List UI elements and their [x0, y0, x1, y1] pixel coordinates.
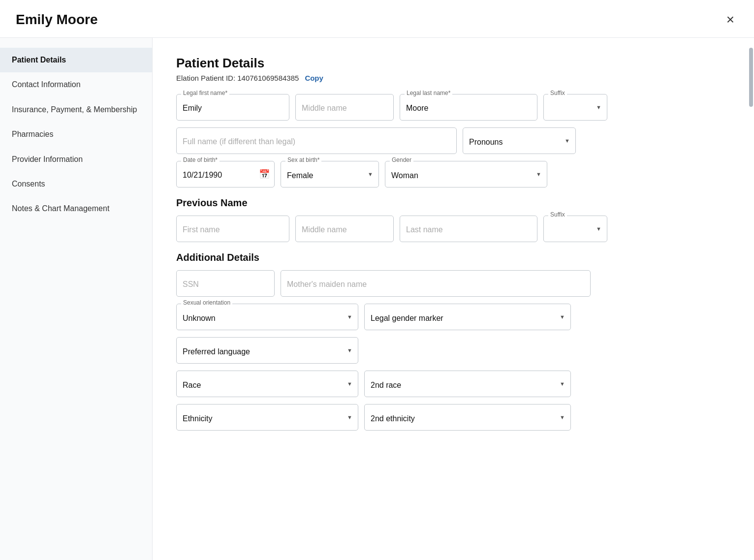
previous-name-row: Suffix Jr. Sr. II: [176, 216, 730, 242]
sexual-orientation-label: Sexual orientation: [181, 299, 232, 306]
patient-id-row: Elation Patient ID: 140761069584385 Copy: [176, 74, 730, 82]
middle-name-field: [295, 94, 394, 121]
additional-details-title: Additional Details: [176, 252, 730, 263]
modal-body: Patient Details Contact Information Insu…: [0, 38, 754, 560]
modal: Emily Moore × Patient Details Contact In…: [0, 0, 754, 560]
pronouns-field: Pronouns She/Her He/Him They/Them: [463, 127, 576, 154]
prev-last-name-field: [400, 216, 537, 242]
main-content: Patient Details Elation Patient ID: 1407…: [153, 38, 754, 455]
sidebar-item-contact-information[interactable]: Contact Information: [0, 72, 152, 97]
race-field: Race White Black or African American Asi…: [176, 371, 358, 397]
legal-last-name-field: Legal last name*: [400, 94, 537, 121]
legal-name-row: Legal first name* Legal last name* Suf: [176, 94, 730, 121]
section-title: Patient Details: [176, 56, 730, 71]
sex-at-birth-field: Sex at birth* Female Male Other Unknown: [281, 161, 379, 187]
sidebar-item-notes-chart[interactable]: Notes & Chart Management: [0, 196, 152, 221]
previous-name-title: Previous Name: [176, 197, 730, 209]
dob-input[interactable]: [176, 161, 275, 187]
sexual-orientation-row: Sexual orientation Unknown Straight Gay …: [176, 304, 730, 330]
gender-select[interactable]: Woman Man Non-binary Other: [385, 161, 547, 187]
prev-first-name-field: [176, 216, 289, 242]
modal-title: Emily Moore: [16, 12, 97, 28]
race2-field: 2nd race White Black or African American…: [364, 371, 571, 397]
maiden-name-field: [281, 270, 591, 297]
dob-label: Date of birth*: [181, 156, 220, 163]
race-select[interactable]: Race White Black or African American Asi…: [176, 371, 358, 397]
legal-first-name-field: Legal first name*: [176, 94, 289, 121]
dob-field: Date of birth* 📅: [176, 161, 275, 187]
preferred-language-row: Preferred language English Spanish Frenc…: [176, 337, 730, 364]
maiden-name-input[interactable]: [281, 270, 591, 297]
ethnicity2-select[interactable]: 2nd ethnicity Hispanic or Latino Not His…: [364, 404, 571, 431]
prev-middle-name-input[interactable]: [295, 216, 394, 242]
patient-id-label: Elation Patient ID: 140761069584385: [176, 74, 299, 82]
full-name-row: Pronouns She/Her He/Him They/Them: [176, 127, 730, 154]
ssn-field: [176, 270, 275, 297]
gender-label: Gender: [390, 156, 413, 163]
sidebar-item-pharmacies[interactable]: Pharmacies: [0, 122, 152, 147]
main-wrapper: Patient Details Elation Patient ID: 1407…: [153, 38, 754, 560]
full-name-field: [176, 127, 457, 154]
gender-field: Gender Woman Man Non-binary Other: [385, 161, 547, 187]
sexual-orientation-field: Sexual orientation Unknown Straight Gay …: [176, 304, 358, 330]
ethnicity-row: Ethnicity Hispanic or Latino Not Hispani…: [176, 404, 730, 431]
sidebar: Patient Details Contact Information Insu…: [0, 38, 153, 560]
dob-sex-gender-row: Date of birth* 📅 Sex at birth* Female Ma…: [176, 161, 730, 187]
sidebar-item-patient-details[interactable]: Patient Details: [0, 48, 152, 72]
preferred-language-select[interactable]: Preferred language English Spanish Frenc…: [176, 337, 358, 364]
prev-last-name-input[interactable]: [400, 216, 537, 242]
sidebar-item-consents[interactable]: Consents: [0, 172, 152, 196]
race-row: Race White Black or African American Asi…: [176, 371, 730, 397]
legal-gender-marker-select[interactable]: Legal gender marker M F X: [364, 304, 571, 330]
prev-suffix-label: Suffix: [548, 211, 567, 218]
sex-at-birth-label: Sex at birth*: [285, 156, 321, 163]
ethnicity-field: Ethnicity Hispanic or Latino Not Hispani…: [176, 404, 358, 431]
suffix-select[interactable]: Jr. Sr. II III: [543, 94, 607, 121]
ssn-input[interactable]: [176, 270, 275, 297]
prev-first-name-input[interactable]: [176, 216, 289, 242]
suffix-field: Suffix Jr. Sr. II III: [543, 94, 607, 121]
copy-link[interactable]: Copy: [305, 74, 323, 82]
prev-middle-name-field: [295, 216, 394, 242]
modal-header: Emily Moore ×: [0, 0, 754, 38]
legal-last-name-input[interactable]: [400, 94, 537, 121]
suffix-label: Suffix: [548, 90, 567, 96]
vertical-scrollbar[interactable]: [749, 48, 753, 107]
race2-select[interactable]: 2nd race White Black or African American…: [364, 371, 571, 397]
legal-gender-marker-field: Legal gender marker M F X: [364, 304, 571, 330]
preferred-language-field: Preferred language English Spanish Frenc…: [176, 337, 358, 364]
ethnicity-select[interactable]: Ethnicity Hispanic or Latino Not Hispani…: [176, 404, 358, 431]
legal-first-name-input[interactable]: [176, 94, 289, 121]
sidebar-item-insurance[interactable]: Insurance, Payment, & Membership: [0, 97, 152, 122]
middle-name-input[interactable]: [295, 94, 394, 121]
legal-first-name-label: Legal first name*: [181, 90, 229, 96]
pronouns-select[interactable]: Pronouns She/Her He/Him They/Them: [463, 127, 576, 154]
full-name-input[interactable]: [176, 127, 457, 154]
sidebar-item-provider-information[interactable]: Provider Information: [0, 147, 152, 172]
ethnicity2-field: 2nd ethnicity Hispanic or Latino Not His…: [364, 404, 571, 431]
close-button[interactable]: ×: [723, 11, 738, 29]
prev-suffix-select[interactable]: Jr. Sr. II: [543, 216, 607, 242]
prev-suffix-field: Suffix Jr. Sr. II: [543, 216, 607, 242]
ssn-maiden-row: [176, 270, 730, 297]
legal-last-name-label: Legal last name*: [405, 90, 452, 96]
sex-at-birth-select[interactable]: Female Male Other Unknown: [281, 161, 379, 187]
sexual-orientation-select[interactable]: Unknown Straight Gay or Lesbian Bisexual…: [176, 304, 358, 330]
